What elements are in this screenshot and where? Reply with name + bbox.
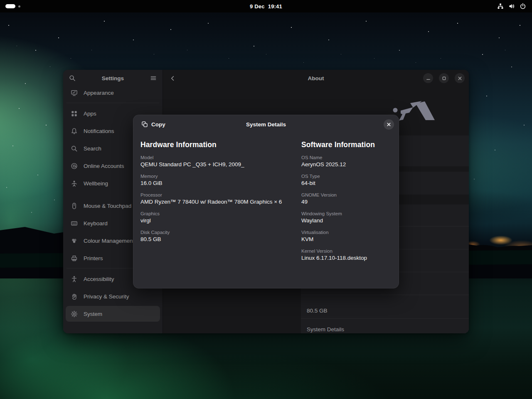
info-label: OS Type	[301, 173, 392, 180]
info-label: Disk Capacity	[140, 229, 301, 236]
info-label: Windowing System	[301, 211, 392, 217]
software-kernel-version: Kernel VersionLinux 6.17.10-118.desktop	[301, 248, 392, 261]
software-information-section: Software Information OS NameAerynOS 2025…	[301, 140, 392, 267]
close-dialog-button[interactable]	[384, 119, 394, 130]
dialog-headerbar: Copy System Details	[133, 115, 399, 134]
software-os-name: OS NameAerynOS 2025.12	[301, 155, 392, 168]
power-icon	[519, 3, 526, 10]
software-virtualisation: VirtualisationKVM	[301, 229, 392, 243]
info-label: Virtualisation	[301, 229, 392, 236]
info-value: AerynOS 2025.12	[301, 161, 392, 168]
info-label: Graphics	[140, 211, 301, 217]
hardware-memory: Memory16.0 GiB	[140, 173, 301, 187]
dialog-body: Hardware Information ModelQEMU Standard …	[133, 134, 399, 267]
clock[interactable]: 9 Dec19:41	[0, 3, 532, 10]
clock-time: 19:41	[268, 3, 282, 10]
hardware-processor: ProcessorAMD Ryzen™ 7 7840U w/ Radeon™ 7…	[140, 192, 301, 205]
hardware-model: ModelQEMU Standard PC _Q35 + ICH9, 2009_	[140, 155, 301, 168]
info-value: Wayland	[301, 217, 392, 224]
info-label: Processor	[140, 192, 301, 198]
info-label: GNOME Version	[301, 192, 392, 198]
info-label: OS Name	[301, 155, 392, 161]
info-value: AMD Ryzen™ 7 7840U w/ Radeon™ 780M Graph…	[140, 198, 301, 205]
top-bar: 9 Dec19:41	[0, 0, 532, 12]
clock-date: 9 Dec	[250, 3, 265, 10]
info-value: Linux 6.17.10-118.desktop	[301, 254, 392, 261]
info-label: Model	[140, 155, 301, 161]
copy-button-label: Copy	[151, 121, 165, 128]
hardware-graphics: Graphicsvirgl	[140, 211, 301, 224]
info-value: QEMU Standard PC _Q35 + ICH9, 2009_	[140, 161, 301, 168]
system-details-dialog: Copy System Details Hardware Information…	[133, 115, 399, 288]
software-heading: Software Information	[301, 140, 392, 149]
settings-window: Settings AppearanceAppsNotificationsSear…	[63, 70, 469, 333]
copy-icon	[141, 121, 148, 128]
info-value: 80.5 GB	[140, 236, 301, 243]
software-gnome-version: GNOME Version49	[301, 192, 392, 205]
software-os-type: OS Type64-bit	[301, 173, 392, 187]
hardware-information-section: Hardware Information ModelQEMU Standard …	[140, 140, 301, 267]
info-value: 16.0 GiB	[140, 180, 301, 187]
info-value: 64-bit	[301, 180, 392, 187]
info-label: Kernel Version	[301, 248, 392, 254]
system-status-area[interactable]	[497, 0, 526, 12]
hardware-heading: Hardware Information	[140, 140, 301, 149]
copy-button[interactable]: Copy	[138, 118, 169, 130]
hardware-disk-capacity: Disk Capacity80.5 GB	[140, 229, 301, 243]
software-windowing-system: Windowing SystemWayland	[301, 211, 392, 224]
info-value: KVM	[301, 236, 392, 243]
info-label: Memory	[140, 173, 301, 180]
info-value: 49	[301, 198, 392, 205]
volume-icon	[508, 3, 515, 10]
network-wired-icon	[497, 3, 504, 10]
dialog-title: System Details	[133, 121, 399, 128]
info-value: virgl	[140, 217, 301, 224]
